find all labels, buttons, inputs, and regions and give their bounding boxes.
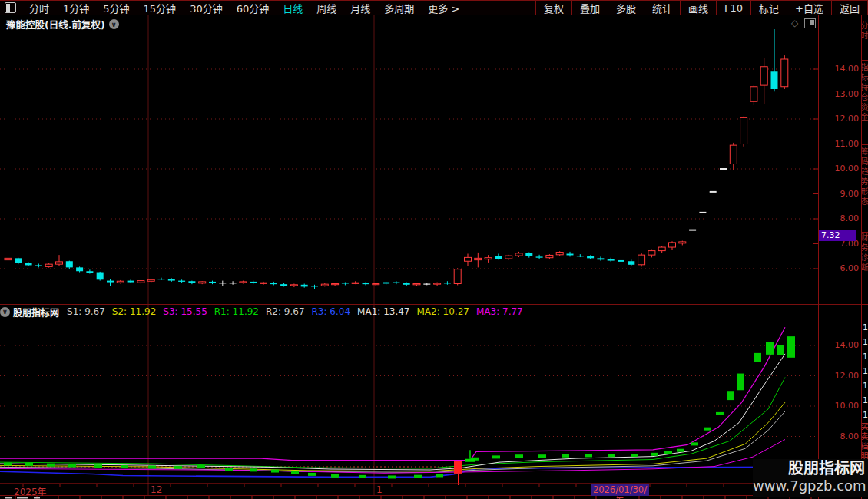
menu-item-月线[interactable]: 月线 (343, 1, 377, 15)
menu-item-日线[interactable]: 日线 (276, 1, 310, 15)
period-menu: 分时1分钟5分钟15分钟30分钟60分钟日线周线月线多周期更多 > (22, 1, 466, 15)
chevron-down-icon[interactable]: ∨ (0, 307, 10, 317)
menu-item-5分钟[interactable]: 5分钟 (96, 1, 136, 15)
watermark: 股朋指标网 www.7gpzb.com (753, 459, 868, 497)
strip-divider (862, 319, 868, 319)
main-axis-label-6.00: 6.00 (820, 263, 859, 273)
indicator-name[interactable]: 股朋指标网 (13, 306, 59, 319)
menu-item-周线[interactable]: 周线 (310, 1, 343, 15)
strip-divider (862, 232, 868, 233)
menu-item-F10[interactable]: F10 (716, 1, 750, 15)
menu-item-画线[interactable]: 画线 (680, 1, 716, 15)
indicator-value-R1: R1: 11.92 (214, 306, 259, 317)
menu-item-复权[interactable]: 复权 (535, 1, 571, 15)
right-sidebar-strip[interactable]: 分时指标持仓资金筹码趋势形态财务诊断买卖档明细1111111 (862, 15, 868, 499)
strip-section-1: 指标持仓资金 (862, 63, 868, 123)
split-window-icon[interactable] (804, 18, 816, 28)
menu-item-叠加[interactable]: 叠加 (571, 1, 608, 15)
last-price-badge: 7.32 (819, 230, 856, 241)
app-window: 分时1分钟5分钟15分钟30分钟60分钟日线周线月线多周期更多 > 复权叠加多股… (0, 0, 868, 499)
indicator-value-S3: S3: 15.55 (163, 306, 207, 317)
main-axis-label-8.00: 8.00 (820, 213, 859, 223)
watermark-title: 股朋指标网 (753, 459, 865, 478)
strip-quote-digit: 1 (863, 381, 868, 391)
sub-axis-label-10.00: 10.00 (820, 401, 859, 411)
indicator-value-MA2: MA2: 10.27 (417, 306, 469, 317)
timeline-month-1[interactable]: 1 (376, 484, 383, 495)
menu-item-多周期[interactable]: 多周期 (377, 1, 421, 15)
menu-item-1分钟[interactable]: 1分钟 (56, 1, 96, 15)
chevron-down-icon[interactable]: ∨ (109, 19, 119, 29)
sub-axis-label-8.00: 8.00 (820, 431, 859, 441)
panel-divider (0, 304, 868, 305)
menu-item-标记[interactable]: 标记 (750, 1, 787, 15)
strip-divider (862, 60, 868, 61)
strip-divider (862, 421, 868, 421)
stock-title[interactable]: 豫能控股(日线.前复权) (6, 17, 105, 31)
indicator-value-MA3: MA3: 7.77 (476, 306, 523, 317)
menu-item-60分钟[interactable]: 60分钟 (230, 1, 277, 15)
strip-section-2: 筹码趋势形态 (862, 147, 868, 207)
menu-item-统计[interactable]: 统计 (644, 1, 680, 15)
indicator-value-S2: S2: 11.92 (112, 306, 156, 317)
chart-corner-icons: ◇ (791, 18, 816, 28)
strip-quote-digit: 1 (863, 337, 868, 347)
main-axis-label-10.00: 10.00 (820, 164, 859, 173)
strip-divider (862, 144, 868, 145)
main-axis-label-13.00: 13.00 (820, 89, 859, 99)
tools-menu: 复权叠加多股统计画线F10标记+自选返回 (535, 1, 868, 15)
indicator-value-R2: R2: 9.67 (266, 306, 305, 317)
strip-section-0: 分时 (862, 21, 868, 41)
strip-quote-digit: 1 (863, 410, 868, 420)
menu-item-30分钟[interactable]: 30分钟 (183, 1, 230, 15)
main-axis-label-9.00: 9.00 (820, 189, 859, 199)
menu-item-返回[interactable]: 返回 (831, 1, 868, 15)
menu-item-+自选[interactable]: +自选 (787, 1, 831, 15)
menu-item-分时[interactable]: 分时 (22, 1, 56, 15)
indicator-value-S1: S1: 9.67 (67, 306, 105, 317)
indicator-value-MA1: MA1: 13.47 (357, 306, 409, 317)
sub-axis-label-14.00: 14.00 (820, 340, 859, 350)
indicator-header: ∨ 股朋指标网 S1: 9.67S2: 11.92S3: 15.55R1: 11… (0, 306, 814, 318)
watermark-url: www.7gpzb.com (753, 478, 865, 494)
axis-border-line (818, 15, 819, 499)
strip-section-3: 财务诊断 (862, 233, 868, 273)
top-menubar: 分时1分钟5分钟15分钟30分钟60分钟日线周线月线多周期更多 > 复权叠加多股… (0, 0, 868, 15)
diamond-icon[interactable]: ◇ (791, 18, 798, 28)
main-axis-label-12.00: 12.00 (820, 114, 859, 124)
strip-quote-digit: 1 (863, 322, 868, 332)
menu-item-多股[interactable]: 多股 (608, 1, 644, 15)
timeline-year-label[interactable]: 2025年 (14, 484, 47, 497)
selected-date-box: 2026/01/30/五 (591, 484, 649, 496)
strip-quote-digit: 1 (863, 395, 868, 405)
sub-axis-label-12.00: 12.00 (820, 371, 859, 381)
timeline-month-12[interactable]: 12 (151, 484, 162, 495)
menu-item-更多 >[interactable]: 更多 > (421, 1, 466, 15)
main-axis-label-14.00: 14.00 (820, 64, 859, 74)
strip-quote-digit: 1 (863, 352, 868, 362)
chart-title-row: 豫能控股(日线.前复权) ∨ (6, 17, 119, 31)
menu-item-15分钟[interactable]: 15分钟 (137, 1, 184, 15)
main-chart-canvas[interactable] (0, 15, 818, 304)
main-axis-label-11.00: 11.00 (820, 139, 859, 149)
indicator-chart-canvas[interactable] (0, 304, 818, 499)
strip-quote-digit: 1 (863, 366, 868, 376)
strip-divider (862, 304, 868, 305)
indicator-value-R3: R3: 6.04 (312, 306, 351, 317)
panel-toggle-icon[interactable] (5, 2, 16, 13)
indicator-values: S1: 9.67S2: 11.92S3: 15.55R1: 11.92R2: 9… (67, 306, 530, 317)
